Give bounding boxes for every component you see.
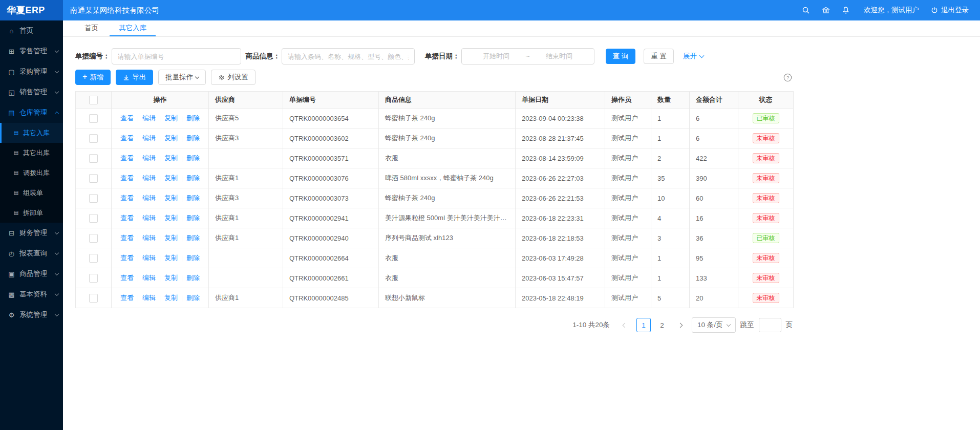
action-delete-link[interactable]: 删除 (186, 254, 200, 262)
search-icon[interactable] (802, 6, 810, 14)
sidebar-subitem-disassembly-order[interactable]: ▤拆卸单 (0, 203, 63, 223)
action-edit-link[interactable]: 编辑 (142, 154, 156, 162)
action-edit-link[interactable]: 编辑 (142, 274, 156, 282)
add-button[interactable]: + 新增 (75, 70, 111, 85)
action-delete-link[interactable]: 删除 (186, 134, 200, 142)
jump-input[interactable] (759, 318, 781, 332)
logout-button[interactable]: 退出登录 (931, 6, 969, 15)
page-button-1[interactable]: 1 (636, 318, 651, 332)
action-view-link[interactable]: 查看 (120, 294, 134, 302)
sidebar-subitem-assembly-order[interactable]: ▤组装单 (0, 183, 63, 203)
sidebar-item-retail-management[interactable]: ⊞零售管理 (0, 41, 63, 61)
column-header: 金额合计 (690, 92, 738, 109)
action-copy-link[interactable]: 复制 (164, 294, 178, 302)
action-view-link[interactable]: 查看 (120, 114, 134, 122)
tab-other-inbound[interactable]: 其它入库 (110, 20, 156, 36)
action-copy-link[interactable]: 复制 (164, 174, 178, 182)
sidebar-subitem-other-inbound[interactable]: ▤其它入库 (0, 123, 63, 143)
action-view-link[interactable]: 查看 (120, 134, 134, 142)
action-delete-link[interactable]: 删除 (186, 194, 200, 202)
sidebar-item-basic-data[interactable]: ▩基本资料 (0, 284, 63, 305)
date-range-picker[interactable]: 开始时间 ~ 结束时间 (461, 48, 594, 64)
supplier-cell: 供应商3 (209, 188, 283, 208)
page-size-value: 10 条/页 (697, 320, 723, 330)
search-button[interactable]: 查 询 (606, 49, 636, 64)
bell-icon[interactable] (842, 6, 850, 14)
amount-cell: 60 (690, 188, 738, 208)
row-checkbox[interactable] (89, 114, 98, 123)
tab-home[interactable]: 首页 (75, 20, 108, 36)
action-view-link[interactable]: 查看 (120, 254, 134, 262)
sidebar-item-system-management[interactable]: ⚙系统管理 (0, 305, 63, 325)
prev-page-button[interactable] (618, 318, 632, 332)
action-delete-link[interactable]: 删除 (186, 294, 200, 302)
action-delete-link[interactable]: 删除 (186, 214, 200, 222)
action-edit-link[interactable]: 编辑 (142, 114, 156, 122)
sidebar-subitem-allocation-outbound[interactable]: ▤调拨出库 (0, 163, 63, 183)
action-edit-link[interactable]: 编辑 (142, 234, 156, 242)
bill-no-input[interactable] (112, 48, 241, 64)
next-page-button[interactable] (673, 318, 688, 332)
action-delete-link[interactable]: 删除 (186, 154, 200, 162)
chevron-down-icon (726, 322, 730, 326)
row-checkbox[interactable] (89, 154, 98, 163)
row-checkbox[interactable] (89, 194, 98, 203)
row-checkbox[interactable] (89, 174, 98, 183)
action-edit-link[interactable]: 编辑 (142, 134, 156, 142)
action-view-link[interactable]: 查看 (120, 234, 134, 242)
product-input[interactable] (282, 48, 415, 64)
help-icon[interactable]: ? (783, 73, 792, 82)
reset-button[interactable]: 重 置 (644, 49, 674, 64)
sidebar-item-home[interactable]: ⌂首页 (0, 20, 63, 41)
table-header-row: 操作供应商单据编号商品信息单据日期操作员数量金额合计状态 (76, 92, 794, 109)
action-view-link[interactable]: 查看 (120, 194, 134, 202)
batch-operations-button[interactable]: 批量操作 (158, 70, 206, 85)
action-copy-link[interactable]: 复制 (164, 114, 178, 122)
action-delete-link[interactable]: 删除 (186, 174, 200, 182)
row-checkbox[interactable] (89, 134, 98, 143)
action-edit-link[interactable]: 编辑 (142, 294, 156, 302)
page-button-2[interactable]: 2 (655, 318, 669, 332)
action-copy-link[interactable]: 复制 (164, 214, 178, 222)
sidebar-item-sales-management[interactable]: ◱销售管理 (0, 82, 63, 102)
action-view-link[interactable]: 查看 (120, 214, 134, 222)
action-view-link[interactable]: 查看 (120, 274, 134, 282)
export-button[interactable]: 导出 (116, 70, 153, 85)
action-edit-link[interactable]: 编辑 (142, 194, 156, 202)
sidebar-item-label: 仓库管理 (19, 108, 47, 117)
action-copy-link[interactable]: 复制 (164, 154, 178, 162)
action-copy-link[interactable]: 复制 (164, 234, 178, 242)
chevron-down-icon (55, 250, 59, 254)
action-edit-link[interactable]: 编辑 (142, 214, 156, 222)
action-delete-link[interactable]: 删除 (186, 234, 200, 242)
action-copy-link[interactable]: 复制 (164, 274, 178, 282)
bank-icon[interactable] (822, 6, 830, 14)
sidebar-item-goods-management[interactable]: ▣商品管理 (0, 264, 63, 284)
row-checkbox[interactable] (89, 274, 98, 283)
sidebar-subitem-other-outbound[interactable]: ▤其它出库 (0, 143, 63, 163)
action-delete-link[interactable]: 删除 (186, 114, 200, 122)
action-delete-link[interactable]: 删除 (186, 274, 200, 282)
sidebar-item-finance-management[interactable]: ⊟财务管理 (0, 223, 63, 243)
sidebar-item-purchase-management[interactable]: ▢采购管理 (0, 61, 63, 82)
row-checkbox[interactable] (89, 214, 98, 223)
page-size-select[interactable]: 10 条/页 (692, 317, 736, 333)
sidebar-item-report-query[interactable]: ◴报表查询 (0, 243, 63, 264)
action-edit-link[interactable]: 编辑 (142, 174, 156, 182)
sidebar-item-warehouse-management[interactable]: ▤仓库管理 (0, 102, 63, 123)
row-checkbox[interactable] (89, 234, 98, 243)
expand-link[interactable]: 展开 (683, 52, 704, 61)
row-checkbox[interactable] (89, 254, 98, 263)
amount-cell: 422 (690, 148, 738, 168)
action-edit-link[interactable]: 编辑 (142, 254, 156, 262)
action-view-link[interactable]: 查看 (120, 174, 134, 182)
jump-label: 跳至 (740, 320, 754, 330)
product-cell: 序列号商品测试 xlh123 (379, 228, 516, 248)
select-all-checkbox[interactable] (89, 96, 98, 104)
action-copy-link[interactable]: 复制 (164, 194, 178, 202)
action-copy-link[interactable]: 复制 (164, 254, 178, 262)
row-checkbox[interactable] (89, 294, 98, 303)
action-view-link[interactable]: 查看 (120, 154, 134, 162)
column-settings-button[interactable]: 列设置 (211, 70, 255, 85)
action-copy-link[interactable]: 复制 (164, 134, 178, 142)
